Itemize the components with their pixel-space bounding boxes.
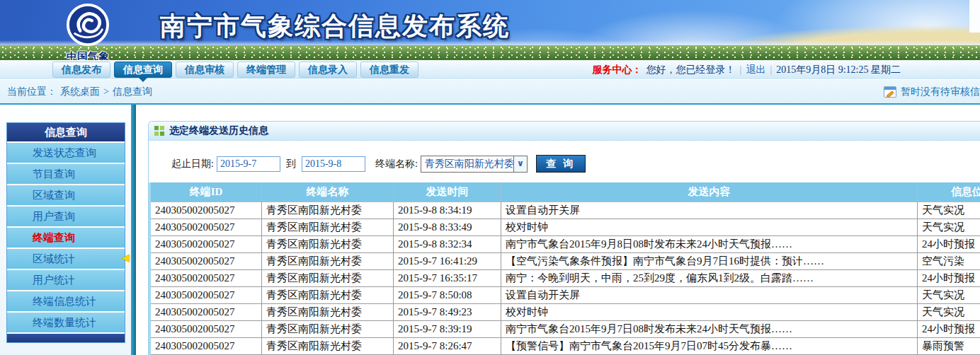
chevron-down-icon[interactable]: ∨ <box>513 156 527 172</box>
table-cell: 空气污染 <box>918 253 980 270</box>
table-cell: 2015-9-7 8:50:08 <box>394 287 501 304</box>
table-cell: 天气实况 <box>918 219 980 236</box>
panel-title: 选定终端发送历史信息 <box>169 124 268 137</box>
session-info: 服务中心： 您好，您已经登录！ | 退出 | 2015年9月8日 9:12:25… <box>593 64 980 76</box>
sidebar-menu: 信息查询 发送状态查询节目查询区域查询用户查询终端查询区域统计用户统计终端信息统… <box>6 122 125 343</box>
banner-corner-decoration <box>969 0 980 33</box>
pending-review-text: 暂时没有待审核信息 <box>901 86 980 98</box>
sidebar-item-5[interactable]: 区域统计 <box>7 248 125 269</box>
date-to-input[interactable] <box>302 156 365 172</box>
table-cell: 2015-9-7 16:41:29 <box>394 253 501 270</box>
table-cell: 240305002005027 <box>150 270 262 287</box>
table-cell: 青秀区南阳新光村委 <box>262 253 394 270</box>
table-cell: 240305002005027 <box>150 321 262 338</box>
service-center-label: 服务中心： <box>593 64 642 76</box>
login-greeting: 您好，您已经登录！ <box>646 64 736 76</box>
table-row: 240305002005027青秀区南阳新光村委2015-9-7 8:49:23… <box>150 304 980 321</box>
sidebar-item-0[interactable]: 发送状态查询 <box>7 141 125 163</box>
table-row: 240305002005027青秀区南阳新光村委2015-9-8 8:34:19… <box>150 202 980 219</box>
table-row: 240305002005027青秀区南阳新光村委2015-9-8 8:32:34… <box>150 236 980 253</box>
table-cell: 2015-9-8 8:34:19 <box>394 202 501 219</box>
table-cell: 2015-9-7 8:39:19 <box>394 321 501 338</box>
table-cell: 24小时预报 <box>918 321 980 338</box>
table-cell: 青秀区南阳新光村委 <box>262 202 394 219</box>
logo-caption: 中国气象 <box>48 50 127 60</box>
table-cell: 南宁：今晚到明天，中雨，25到29度，偏东风1到2级。白露踏…… <box>501 270 918 287</box>
query-button[interactable]: 查 询 <box>536 155 586 173</box>
sidebar-footer <box>7 332 125 342</box>
terminal-select[interactable]: 青秀区南阳新光村委 ∨ <box>421 156 528 173</box>
column-header: 终端ID <box>150 182 262 202</box>
nav-tab-1[interactable]: 信息查询 <box>114 62 172 78</box>
arrow-left-icon[interactable]: ◀ <box>122 253 130 263</box>
nav-tab-3[interactable]: 终端管理 <box>237 62 295 78</box>
breadcrumb-home-link[interactable]: 系统桌面 <box>60 86 100 98</box>
nav-tab-0[interactable]: 信息发布 <box>52 62 110 78</box>
nav-tab-5[interactable]: 信息重发 <box>360 62 418 78</box>
table-cell: 【空气污染气象条件预报】南宁市气象台9月7日16时提供：预计…… <box>501 253 918 270</box>
column-header: 终端名称 <box>262 182 394 202</box>
separator: | <box>740 64 742 76</box>
cma-spiral-logo-icon <box>66 3 110 47</box>
logout-link[interactable]: 退出 <box>746 64 765 76</box>
grid-icon <box>154 126 164 136</box>
table-row: 240305002005027青秀区南阳新光村委2015-9-7 16:41:2… <box>150 253 980 270</box>
table-cell: 240305002005027 <box>150 236 262 253</box>
pending-review-notice[interactable]: 暂时没有待审核信息 <box>884 86 980 98</box>
sidebar-item-7[interactable]: 终端信息统计 <box>7 290 125 311</box>
column-header: 信息位 <box>918 182 980 202</box>
table-cell: 设置自动开关屏 <box>501 287 918 304</box>
sidebar-item-8[interactable]: 终端数量统计 <box>7 311 125 332</box>
main-nav-bar: 信息发布信息查询信息审核终端管理信息录入信息重发 服务中心： 您好，您已经登录！… <box>0 60 980 79</box>
sidebar-item-6[interactable]: 用户统计 <box>7 269 125 290</box>
date-range-label: 起止日期: <box>171 158 214 170</box>
table-row: 240305002005027青秀区南阳新光村委2015-9-7 8:39:19… <box>150 321 980 338</box>
table-cell: 南宁市气象台2015年9月7日08时发布未来24小时天气预报…… <box>501 321 918 338</box>
app-title: 南宁市气象综合信息发布系统 <box>160 9 510 44</box>
breadcrumb-separator: > <box>103 86 109 98</box>
sidebar-title: 信息查询 <box>7 123 125 141</box>
table-cell: 青秀区南阳新光村委 <box>262 304 394 321</box>
table-cell: 24小时预报 <box>918 236 980 253</box>
sidebar-item-3[interactable]: 用户查询 <box>7 205 125 226</box>
sidebar-divider[interactable]: ◀ <box>131 105 136 355</box>
table-cell: 青秀区南阳新光村委 <box>262 236 394 253</box>
table-row: 240305002005027青秀区南阳新光村委2015-9-7 8:26:47… <box>150 338 980 355</box>
table-cell: 天气实况 <box>918 202 980 219</box>
table-cell: 青秀区南阳新光村委 <box>262 321 394 338</box>
content-area: 信息查询 发送状态查询节目查询区域查询用户查询终端查询区域统计用户统计终端信息统… <box>0 105 980 355</box>
nav-tabs: 信息发布信息查询信息审核终端管理信息录入信息重发 <box>52 62 418 78</box>
table-cell: 天气实况 <box>918 304 980 321</box>
table-cell: 设置自动开关屏 <box>501 202 918 219</box>
table-cell: 青秀区南阳新光村委 <box>262 270 394 287</box>
sidebar-item-2[interactable]: 区域查询 <box>7 184 125 205</box>
date-from-input[interactable] <box>217 156 280 172</box>
table-cell: 2015-9-8 8:33:49 <box>394 219 501 236</box>
location-label: 当前位置： <box>7 86 57 98</box>
cma-logo: 中国气象 <box>48 3 127 60</box>
banner-grass-decoration <box>0 45 980 60</box>
breadcrumb-current-link[interactable]: 信息查询 <box>113 86 152 98</box>
sidebar-item-1[interactable]: 节目查询 <box>7 163 125 184</box>
nav-tab-4[interactable]: 信息录入 <box>299 62 357 78</box>
datetime-display: 2015年9月8日 9:12:25 星期二 <box>776 64 901 76</box>
table-cell: 2015-9-7 8:49:23 <box>394 304 501 321</box>
table-cell: 24小时预报 <box>918 270 980 287</box>
table-cell: 2015-9-7 8:26:47 <box>394 338 501 355</box>
table-cell: 青秀区南阳新光村委 <box>262 219 394 236</box>
table-cell: 【预警信号】南宁市气象台2015年9月7日07时45分发布暴…… <box>501 338 918 355</box>
terminal-select-value: 青秀区南阳新光村委 <box>421 158 513 170</box>
table-cell: 青秀区南阳新光村委 <box>262 338 394 355</box>
sidebar-item-list: 发送状态查询节目查询区域查询用户查询终端查询区域统计用户统计终端信息统计终端数量… <box>7 141 125 332</box>
to-label: 到 <box>286 158 296 170</box>
table-cell: 240305002005027 <box>150 219 262 236</box>
table-cell: 240305002005027 <box>150 253 262 270</box>
table-cell: 240305002005027 <box>150 338 262 355</box>
sidebar-item-4[interactable]: 终端查询 <box>7 226 125 248</box>
table-cell: 天气实况 <box>918 287 980 304</box>
breadcrumb: 当前位置： 系统桌面 > 信息查询 暂时没有待审核信息 <box>0 79 980 105</box>
history-table: 终端ID终端名称发送时间发送内容信息位 240305002005027青秀区南阳… <box>149 182 980 355</box>
table-cell: 2015-9-8 8:32:34 <box>394 236 501 253</box>
table-cell: 校对时钟 <box>501 219 918 236</box>
nav-tab-2[interactable]: 信息审核 <box>176 62 234 78</box>
